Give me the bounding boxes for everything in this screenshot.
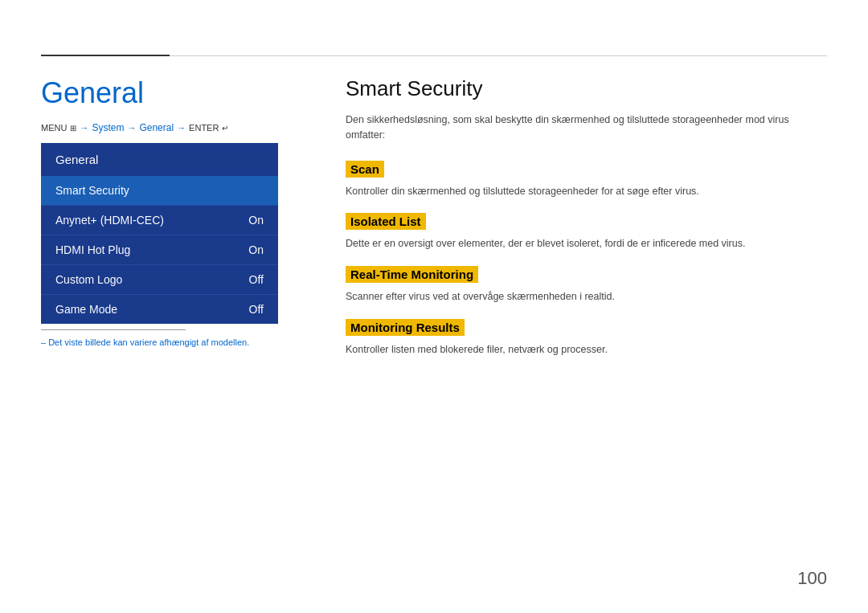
page-title: General — [41, 76, 144, 110]
content-area: Smart Security Den sikkerhedsløsning, so… — [346, 76, 827, 372]
section-desc-isolated-list: Dette er en oversigt over elementer, der… — [346, 236, 827, 251]
breadcrumb-arrow3: → — [177, 123, 186, 133]
page-number: 100 — [797, 568, 827, 589]
content-title: Smart Security — [346, 76, 827, 101]
top-decorative-lines — [41, 55, 827, 56]
section-heading-scan: Scan — [346, 161, 384, 178]
top-line-dark — [41, 55, 170, 56]
section-heading-isolated-list: Isolated List — [346, 213, 426, 230]
sidebar-item-game-mode[interactable]: Game Mode Off — [41, 294, 278, 324]
section-heading-monitoring-results: Monitoring Results — [346, 319, 465, 336]
section-isolated-list: Isolated List Dette er en oversigt over … — [346, 213, 827, 251]
section-monitoring-results: Monitoring Results Kontroller listen med… — [346, 319, 827, 358]
sidebar-item-label: HDMI Hot Plug — [55, 243, 130, 256]
enter-icon-symbol: ↵ — [222, 124, 228, 133]
breadcrumb-arrow1: → — [80, 123, 88, 133]
breadcrumb-arrow2: → — [127, 123, 136, 133]
breadcrumb: MENU ⊞ → System → General → ENTER ↵ — [41, 122, 228, 133]
breadcrumb-general[interactable]: General — [139, 122, 174, 133]
menu-icon-symbol: ⊞ — [70, 124, 76, 133]
bottom-note: – Det viste billede kan variere afhængig… — [41, 337, 249, 347]
sidebar-item-label: Custom Logo — [55, 273, 122, 286]
sidebar-item-custom-logo[interactable]: Custom Logo Off — [41, 264, 278, 294]
section-desc-scan: Kontroller din skærmenhed og tilsluttede… — [346, 184, 827, 199]
content-intro: Den sikkerhedsløsning, som skal beskytte… — [346, 112, 827, 143]
sidebar-item-value: On — [248, 214, 264, 227]
menu-breadcrumb-text: MENU — [41, 123, 67, 133]
sidebar-item-label: Anynet+ (HDMI-CEC) — [55, 214, 164, 227]
bottom-divider — [41, 329, 186, 330]
sidebar-item-value: On — [248, 243, 264, 256]
breadcrumb-enter: ENTER — [189, 123, 219, 133]
sidebar-item-hdmi-hot-plug[interactable]: HDMI Hot Plug On — [41, 235, 278, 264]
sidebar-item-value: Off — [249, 273, 264, 286]
section-real-time-monitoring: Real-Time Monitoring Scanner efter virus… — [346, 266, 827, 304]
sidebar-item-label: Game Mode — [55, 303, 117, 316]
sidebar-item-anynet[interactable]: Anynet+ (HDMI-CEC) On — [41, 205, 278, 235]
section-heading-real-time-monitoring: Real-Time Monitoring — [346, 266, 478, 283]
top-line-light — [170, 55, 827, 56]
breadcrumb-system[interactable]: System — [92, 122, 124, 133]
sidebar-item-smart-security[interactable]: Smart Security — [41, 176, 278, 205]
section-scan: Scan Kontroller din skærmenhed og tilslu… — [346, 161, 827, 199]
section-desc-real-time-monitoring: Scanner efter virus ved at overvåge skær… — [346, 289, 827, 304]
sidebar-menu: General Smart Security Anynet+ (HDMI-CEC… — [41, 143, 278, 324]
section-desc-monitoring-results: Kontroller listen med blokerede filer, n… — [346, 342, 827, 358]
sidebar-header: General — [41, 143, 278, 176]
sidebar-item-value: Off — [249, 303, 264, 316]
